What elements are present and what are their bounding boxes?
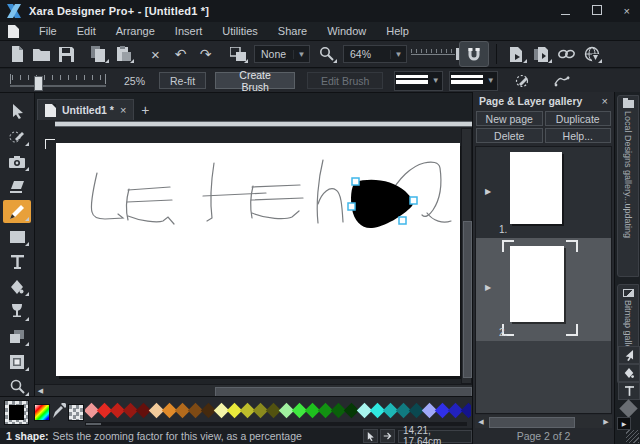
gallery-button[interactable]: Delete	[476, 128, 543, 143]
fill-tool-icon[interactable]	[3, 275, 31, 298]
feather-dropdown[interactable]: None ▼	[254, 45, 310, 63]
smoothing-slider[interactable]	[8, 72, 108, 90]
line-style-dropdown[interactable]: ▼	[394, 71, 443, 91]
page-list-item[interactable]: ▶ 1.	[476, 147, 611, 238]
new-document-icon[interactable]	[4, 43, 29, 65]
menu-item[interactable]: File	[29, 24, 67, 38]
document-tab-label: Untitled1 *	[62, 104, 114, 116]
live-drag-indicator-icon[interactable]	[363, 429, 378, 443]
minimize-icon[interactable]	[561, 6, 570, 17]
refit-button[interactable]: Re-fit	[159, 72, 206, 89]
horizontal-scrollbar-thumb[interactable]	[215, 387, 472, 396]
scroll-left-icon[interactable]: ◀	[475, 418, 487, 426]
undo-icon[interactable]: ↶	[168, 43, 193, 65]
resize-grip[interactable]	[626, 430, 639, 443]
export-document-icon[interactable]	[504, 43, 529, 65]
horizontal-scrollbar[interactable]: ◀	[35, 384, 472, 396]
save-icon[interactable]	[54, 43, 79, 65]
line-width-preview	[451, 72, 483, 90]
zoom-tool-icon[interactable]	[3, 375, 31, 398]
text-mini-icon[interactable]	[618, 382, 640, 400]
redo-icon[interactable]: ↷	[193, 43, 218, 65]
scroll-right-icon[interactable]: ▶	[600, 418, 612, 426]
bevel-tool-icon[interactable]	[3, 350, 31, 373]
zoom-slider-thumb[interactable]	[456, 48, 459, 60]
menu-item[interactable]: Window	[317, 24, 376, 38]
status-hint: Sets the zooming factor for this view, a…	[53, 430, 302, 442]
delete-icon[interactable]: ×	[143, 43, 168, 65]
erase-tool-icon[interactable]	[3, 175, 31, 198]
gallery-scrollbar-thumb[interactable]	[489, 417, 575, 428]
menu-item[interactable]: Share	[268, 24, 317, 38]
current-color-swatch[interactable]	[4, 400, 29, 425]
open-folder-icon[interactable]	[29, 43, 54, 65]
gallery-status: Page 2 of 2	[473, 428, 614, 444]
paste-icon[interactable]	[111, 43, 136, 65]
vertical-scrollbar[interactable]	[461, 128, 472, 384]
close-icon[interactable]: ×	[624, 6, 630, 17]
palette-scrollbar-thumb[interactable]	[86, 423, 101, 425]
smoothing-slider-thumb[interactable]	[34, 76, 43, 91]
gallery-button[interactable]: Help...	[545, 128, 612, 143]
selector-mini-icon[interactable]	[618, 346, 640, 364]
shadow-tool-icon[interactable]	[3, 325, 31, 348]
rectangle-tool-icon[interactable]	[3, 225, 31, 248]
gallery-scrollbar[interactable]: ◀ ▶	[475, 415, 612, 428]
freehand-tool-icon[interactable]	[3, 125, 31, 148]
photo-tool-icon[interactable]	[3, 150, 31, 173]
menu-item[interactable]: Edit	[67, 24, 106, 38]
folder-icon	[623, 100, 634, 108]
gallery-button[interactable]: New page	[476, 111, 543, 126]
color-editor-swatch[interactable]	[34, 404, 50, 421]
duplicate-icon[interactable]	[225, 43, 250, 65]
snap-indicator-icon[interactable]	[380, 429, 395, 443]
web-export-icon[interactable]	[579, 43, 604, 65]
fill-mini-icon[interactable]	[618, 364, 640, 382]
expand-arrow-icon[interactable]: ▶	[485, 283, 491, 292]
edit-brush-button[interactable]: Edit Brush	[307, 72, 383, 89]
expand-arrow-icon[interactable]: ▶	[485, 187, 491, 196]
menu-item[interactable]: Utilities	[212, 24, 267, 38]
snap-to-objects-button[interactable]	[459, 41, 489, 67]
document-page[interactable]	[56, 143, 460, 376]
page-thumbnail[interactable]	[510, 152, 562, 224]
create-brush-button[interactable]: Create Brush	[215, 72, 295, 89]
menu-items: FileEditArrangeInsertUtilitiesShareWindo…	[29, 24, 419, 38]
tab-local-designs-gallery[interactable]: Local Designs gallery...updating	[617, 95, 639, 277]
brush-shape-icon[interactable]	[510, 70, 535, 92]
no-color-swatch[interactable]	[68, 404, 84, 421]
gallery-close-icon[interactable]: ×	[602, 95, 608, 107]
gallery-title: Page & Layer gallery	[479, 95, 582, 107]
maximize-icon[interactable]	[592, 5, 602, 17]
scroll-left-icon[interactable]: ◀	[35, 385, 46, 396]
pencil-tool-icon[interactable]	[3, 200, 31, 223]
popout-arrow-icon[interactable]: ▶	[617, 417, 631, 430]
text-tool-icon[interactable]	[3, 250, 31, 273]
export-copy-icon[interactable]	[529, 43, 554, 65]
copy-icon[interactable]	[86, 43, 111, 65]
color-picker-icon[interactable]	[52, 403, 66, 419]
transparency-tool-icon[interactable]	[3, 300, 31, 323]
page-list-item[interactable]: ▶ 2.	[476, 238, 611, 341]
tab-close-icon[interactable]: ×	[120, 104, 126, 116]
new-tab-button[interactable]: +	[134, 100, 156, 120]
menu-item[interactable]: Help	[376, 24, 419, 38]
page-thumbnail[interactable]	[510, 246, 564, 322]
vertical-scrollbar-thumb[interactable]	[463, 221, 472, 378]
line-color-diamond[interactable]	[619, 399, 637, 417]
brush-strokes-icon[interactable]	[549, 70, 574, 92]
zoom-level-dropdown[interactable]: 64% ▼	[343, 45, 407, 63]
menu-item[interactable]: Arrange	[106, 24, 165, 38]
color-swatch[interactable]	[461, 403, 471, 419]
line-width-dropdown[interactable]: ▼	[449, 71, 498, 91]
zoom-tool-icon[interactable]	[314, 43, 339, 65]
menu-item[interactable]: Insert	[165, 24, 213, 38]
selector-tool-icon[interactable]	[3, 100, 31, 123]
zoom-slider[interactable]	[411, 47, 459, 61]
hyperlink-icon[interactable]	[554, 43, 579, 65]
gallery-button[interactable]: Duplicate	[545, 111, 612, 126]
cursor-coordinates: 14,21, 17,64cm	[398, 430, 472, 443]
document-icon[interactable]	[8, 25, 19, 38]
document-tab[interactable]: Untitled1 * ×	[37, 99, 134, 120]
canvas-area[interactable]: ◀	[35, 120, 472, 396]
